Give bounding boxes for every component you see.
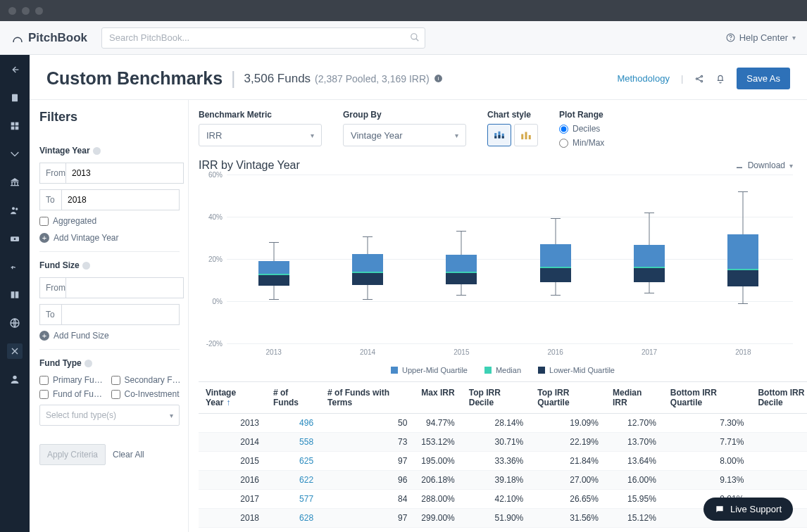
svg-rect-5 <box>15 122 19 126</box>
traffic-light-close[interactable] <box>8 7 16 15</box>
chevron-down-icon: ▾ <box>170 412 173 419</box>
table-header[interactable]: # of Funds <box>266 382 320 414</box>
add-fundsize-button[interactable]: +Add Fund Size <box>39 331 180 341</box>
table-cell: 30.71% <box>462 433 531 452</box>
help-center-link[interactable]: Help Center ▾ <box>726 32 796 43</box>
plus-icon: + <box>39 331 49 341</box>
table-cell: 51.90% <box>462 509 531 528</box>
info-icon[interactable] <box>85 360 92 367</box>
bell-icon[interactable] <box>715 74 725 84</box>
topbar: PitchBook Help Center ▾ <box>0 21 807 55</box>
vintage-from-input[interactable] <box>65 163 184 184</box>
fundtype-fof[interactable]: Fund of Fu… <box>39 389 108 399</box>
svg-rect-26 <box>525 132 527 140</box>
table-header[interactable]: Max IRR <box>414 382 461 414</box>
table-cell: 97 <box>320 452 414 471</box>
traffic-light-max[interactable] <box>35 7 43 15</box>
brand-logo[interactable]: PitchBook <box>11 31 87 45</box>
traffic-light-min[interactable] <box>22 7 30 15</box>
chart-title: IRR by Vintage Year <box>199 159 300 172</box>
info-icon[interactable]: i <box>434 74 443 83</box>
fund-detail: (2,387 Pooled, 3,169 IRR) <box>315 73 430 84</box>
add-vintage-button[interactable]: +Add Vintage Year <box>39 233 180 243</box>
chevron-down-icon: ▾ <box>311 132 314 139</box>
minmax-radio[interactable]: Min/Max <box>559 138 604 148</box>
chevron-down-icon: ▾ <box>792 34 796 42</box>
info-icon[interactable] <box>93 147 101 155</box>
aggregated-checkbox[interactable]: Aggregated <box>39 216 180 226</box>
live-support-button[interactable]: Live Support <box>703 498 793 521</box>
table-header[interactable]: Bottom IRR Decile <box>751 382 807 414</box>
table-cell: 31.56% <box>530 509 606 528</box>
window-titlebar <box>0 0 807 21</box>
table-cell[interactable]: 577 <box>266 490 320 509</box>
apply-criteria-button[interactable]: Apply Criteria <box>39 444 106 465</box>
svg-rect-4 <box>11 122 15 126</box>
filter-fund-type: Fund Type Primary Fu… Secondary F… Fund … <box>39 349 180 434</box>
table-header[interactable]: Bottom IRR Quartile <box>663 382 751 414</box>
svg-point-0 <box>411 33 417 39</box>
table-cell: 27.00% <box>530 471 606 490</box>
table-header[interactable]: Median IRR <box>606 382 663 414</box>
rail-lp[interactable] <box>7 259 23 274</box>
fundtype-primary[interactable]: Primary Fu… <box>39 375 108 385</box>
info-icon[interactable] <box>82 262 90 270</box>
left-nav-rail <box>0 55 30 532</box>
clear-all-button[interactable]: Clear All <box>113 444 144 465</box>
help-center-label: Help Center <box>739 32 788 43</box>
rail-funds[interactable] <box>7 231 23 246</box>
table-cell[interactable]: 628 <box>266 509 320 528</box>
table-cell: 1 <box>751 414 807 433</box>
svg-point-9 <box>15 208 18 210</box>
group-dropdown[interactable]: Vintage Year▾ <box>343 124 466 146</box>
metric-dropdown[interactable]: IRR▾ <box>199 124 322 146</box>
rail-dashboard[interactable] <box>7 118 23 134</box>
search-icon[interactable] <box>410 32 420 44</box>
table-cell: 73 <box>320 433 414 452</box>
table-cell[interactable]: 558 <box>266 433 320 452</box>
table-cell: 2015 <box>199 452 266 471</box>
fund-count: 3,506 Funds <box>244 72 311 86</box>
download-button[interactable]: Download ▾ <box>735 160 793 170</box>
table-cell: 50 <box>320 414 414 433</box>
table-cell: 3 <box>751 471 807 490</box>
table-cell: 39.18% <box>462 471 531 490</box>
rail-companies[interactable] <box>7 90 23 106</box>
table-header[interactable]: Vintage Year↑ <box>199 382 266 414</box>
fundtype-coinvest[interactable]: Co-Investment <box>111 389 180 399</box>
table-cell[interactable]: 625 <box>266 452 320 471</box>
x-tick: 2017 <box>628 348 670 356</box>
svg-rect-24 <box>502 137 504 139</box>
table-cell[interactable]: 496 <box>266 414 320 433</box>
search-input[interactable] <box>101 27 425 49</box>
style-bar[interactable] <box>514 124 538 146</box>
fundtype-select[interactable]: Select fund type(s)▾ <box>39 405 180 426</box>
svg-rect-27 <box>529 135 531 139</box>
chat-icon <box>715 505 725 514</box>
save-as-button[interactable]: Save As <box>737 68 790 89</box>
rail-institutions[interactable] <box>7 175 23 190</box>
table-header[interactable]: Top IRR Decile <box>462 382 531 414</box>
svg-rect-6 <box>11 127 15 130</box>
rail-people[interactable] <box>7 203 23 218</box>
rail-account[interactable] <box>7 372 23 387</box>
deciles-radio[interactable]: Deciles <box>559 124 604 134</box>
rail-globe[interactable] <box>7 315 23 331</box>
table-header[interactable]: # of Funds with Terms <box>320 382 414 414</box>
table-row: 201662296206.18%39.18%27.00%16.00%9.13%3 <box>199 471 807 490</box>
rail-collapse[interactable] <box>7 62 23 77</box>
share-icon[interactable] <box>694 74 704 84</box>
fundsize-to-input[interactable] <box>61 304 180 325</box>
fundtype-secondary[interactable]: Secondary F… <box>111 375 180 385</box>
table-header[interactable]: Top IRR Quartile <box>530 382 606 414</box>
y-tick: 40% <box>199 213 223 221</box>
from-label: From <box>39 163 65 184</box>
rail-library[interactable] <box>7 287 23 303</box>
style-boxplot[interactable] <box>487 124 511 146</box>
vintage-to-input[interactable] <box>61 189 180 210</box>
fundsize-from-input[interactable] <box>65 277 184 298</box>
rail-tools[interactable] <box>7 343 23 359</box>
methodology-link[interactable]: Methodology <box>617 73 669 84</box>
rail-deals[interactable] <box>7 146 23 162</box>
table-cell[interactable]: 622 <box>266 471 320 490</box>
